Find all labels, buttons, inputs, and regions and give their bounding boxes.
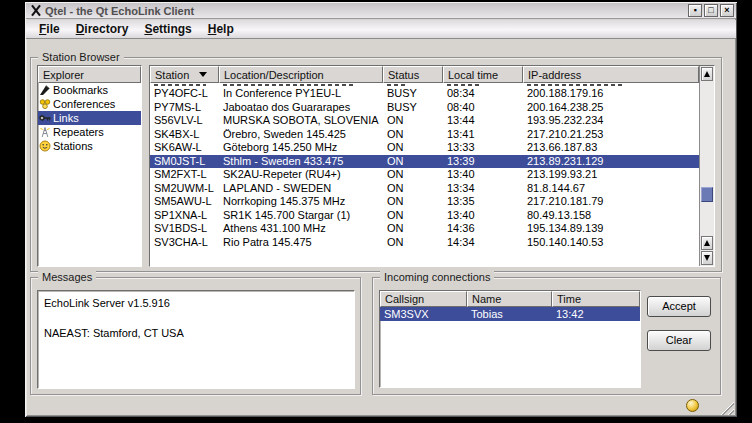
column-header-status[interactable]: Status — [383, 66, 443, 83]
cell-local-time: 13:44 — [443, 114, 523, 128]
cell-local-time: 13:41 — [443, 128, 523, 142]
cell-status: ON — [383, 195, 443, 209]
explorer-item[interactable]: Bookmarks — [38, 83, 141, 97]
station-browser-group: Station Browser Explorer Bookmarks — [30, 57, 722, 272]
cell-local-time: 13:39 — [443, 155, 523, 169]
arrow-up-icon — [704, 240, 710, 246]
cell-location: SR1K 145.700 Stargar (1) — [219, 209, 383, 223]
cell-location: MURSKA SOBOTA, SLOVENIA — [219, 114, 383, 128]
station-row[interactable]: SM0JST-L Sthlm - Sweden 433.475 ON 13:39… — [150, 155, 699, 169]
explorer-panel: Explorer Bookmarks — [37, 65, 142, 267]
cell-status: ON — [383, 182, 443, 196]
maximize-button[interactable]: □ — [704, 4, 718, 17]
column-header-local-time[interactable]: Local time — [443, 66, 523, 83]
status-bar — [27, 397, 735, 415]
column-header-callsign[interactable]: Callsign — [380, 291, 467, 307]
title-bar[interactable]: Qtel - the Qt EchoLink Client ▪ □ × — [26, 3, 736, 19]
clear-button[interactable]: Clear — [647, 330, 711, 351]
station-row[interactable]: SV3CHA-L Rio Patra 145.475 ON 14:34 150.… — [150, 236, 699, 250]
incoming-table: Callsign Name Time SM3SVX Tobias 13:42 — [379, 290, 641, 388]
messages-view[interactable]: EchoLink Server v1.5.916 NAEAST: Stamfor… — [37, 290, 355, 389]
menu-item[interactable]: Directory — [69, 21, 136, 37]
column-header-ip-address[interactable]: IP-address — [523, 66, 699, 83]
vertical-scrollbar[interactable] — [699, 66, 714, 266]
incoming-row[interactable]: SM3SVX Tobias 13:42 — [380, 307, 640, 321]
cell-local-time: 14:36 — [443, 222, 523, 236]
cell-location: LAPLAND - SWEDEN — [219, 182, 383, 196]
station-row[interactable]: SM2UWM-L LAPLAND - SWEDEN ON 13:34 81.8.… — [150, 182, 699, 196]
window-icon — [29, 4, 42, 17]
menu-item[interactable]: Help — [201, 21, 241, 37]
cell-ip-address: 213.66.187.83 — [523, 141, 699, 155]
cell-location: SK2AU-Repeter (RU4+) — [219, 168, 383, 182]
minimize-button[interactable]: ▪ — [688, 4, 702, 17]
station-row[interactable]: SK4BX-L Örebro, Sweden 145.425 ON 13:41 … — [150, 128, 699, 142]
group-label: Station Browser — [38, 51, 124, 64]
explorer-item-label: Conferences — [53, 98, 115, 110]
incoming-rows: SM3SVX Tobias 13:42 — [380, 307, 640, 321]
explorer-header[interactable]: Explorer — [38, 66, 141, 83]
cell-local-time: 08:40 — [443, 101, 523, 115]
station-row[interactable]: SK6AW-L Göteborg 145.250 MHz ON 13:33 21… — [150, 141, 699, 155]
station-table: Station Location/Description Status Loca… — [149, 65, 715, 267]
messages-group: Messages EchoLink Server v1.5.916 NAEAST… — [30, 277, 361, 395]
scroll-up-button[interactable] — [701, 67, 713, 81]
station-row[interactable]: SV1BDS-L Athens 431.100 MHz ON 14:36 195… — [150, 222, 699, 236]
scroll-down-button[interactable] — [701, 251, 713, 265]
connection-status-led-icon — [686, 399, 699, 412]
cell-callsign: SM3SVX — [380, 307, 467, 321]
cell-status: ON — [383, 222, 443, 236]
menu-bar: File Directory Settings Help — [26, 20, 736, 39]
cell-station: SM5AWU-L — [150, 195, 219, 209]
cell-local-time: 13:34 — [443, 182, 523, 196]
cell-ip-address: 200.164.238.25 — [523, 101, 699, 115]
scroll-up-button-bottom[interactable] — [701, 236, 713, 250]
column-header-station[interactable]: Station — [150, 66, 219, 83]
cell-status: ON — [383, 168, 443, 182]
cell-name: Tobias — [467, 307, 552, 321]
cell-station: SV3CHA-L — [150, 236, 219, 250]
cell-location: Göteborg 145.250 MHz — [219, 141, 383, 155]
links-icon — [39, 112, 52, 124]
cell-time: 13:42 — [552, 307, 640, 321]
cell-local-time: 14:34 — [443, 236, 523, 250]
cell-ip-address: 217.210.21.253 — [523, 128, 699, 142]
station-table-header: Station Location/Description Status Loca… — [150, 66, 699, 83]
column-header-name[interactable]: Name — [467, 291, 552, 307]
cell-local-time: 13:40 — [443, 209, 523, 223]
station-row[interactable]: PY4OFC-L In Conference PY1EU-L BUSY 08:3… — [150, 87, 699, 101]
cell-station: SM2FXT-L — [150, 168, 219, 182]
cell-status: BUSY — [383, 87, 443, 101]
cell-local-time: 13:33 — [443, 141, 523, 155]
window-title: Qtel - the Qt EchoLink Client — [45, 5, 688, 17]
cell-status: ON — [383, 141, 443, 155]
cell-station: PY7MS-L — [150, 101, 219, 115]
cell-station: SV1BDS-L — [150, 222, 219, 236]
station-row[interactable]: SM2FXT-L SK2AU-Repeter (RU4+) ON 13:40 2… — [150, 168, 699, 182]
column-header-location[interactable]: Location/Description — [219, 66, 383, 83]
explorer-item[interactable]: Repeaters — [38, 125, 141, 139]
explorer-item[interactable]: Stations — [38, 139, 141, 153]
station-row[interactable]: S56VLV-L MURSKA SOBOTA, SLOVENIA ON 13:4… — [150, 114, 699, 128]
station-row[interactable]: SP1XNA-L SR1K 145.700 Stargar (1) ON 13:… — [150, 209, 699, 223]
cell-location: Jaboatao dos Guararapes — [219, 101, 383, 115]
incoming-table-header: Callsign Name Time — [380, 291, 640, 307]
menu-item[interactable]: File — [32, 21, 67, 37]
close-button[interactable]: × — [720, 4, 734, 17]
explorer-item[interactable]: Conferences — [38, 97, 141, 111]
explorer-item[interactable]: Links — [38, 111, 141, 125]
cell-location: Norrkoping 145.375 MHz — [219, 195, 383, 209]
arrow-up-icon — [704, 71, 710, 77]
arrow-down-icon — [704, 255, 710, 261]
cell-location: Örebro, Sweden 145.425 — [219, 128, 383, 142]
resize-grip[interactable] — [718, 399, 734, 415]
column-header-time[interactable]: Time — [552, 291, 640, 307]
menu-item[interactable]: Settings — [137, 21, 198, 37]
incoming-connections-group: Incoming connections Callsign Name Time … — [372, 277, 721, 395]
explorer-list: Bookmarks Conferences — [38, 83, 141, 153]
accept-button[interactable]: Accept — [647, 296, 711, 317]
station-row[interactable]: PY7MS-L Jaboatao dos Guararapes BUSY 08:… — [150, 101, 699, 115]
qtel-window: Qtel - the Qt EchoLink Client ▪ □ × File… — [25, 2, 737, 417]
scrollbar-thumb[interactable] — [701, 187, 713, 202]
station-row[interactable]: SM5AWU-L Norrkoping 145.375 MHz ON 13:35… — [150, 195, 699, 209]
